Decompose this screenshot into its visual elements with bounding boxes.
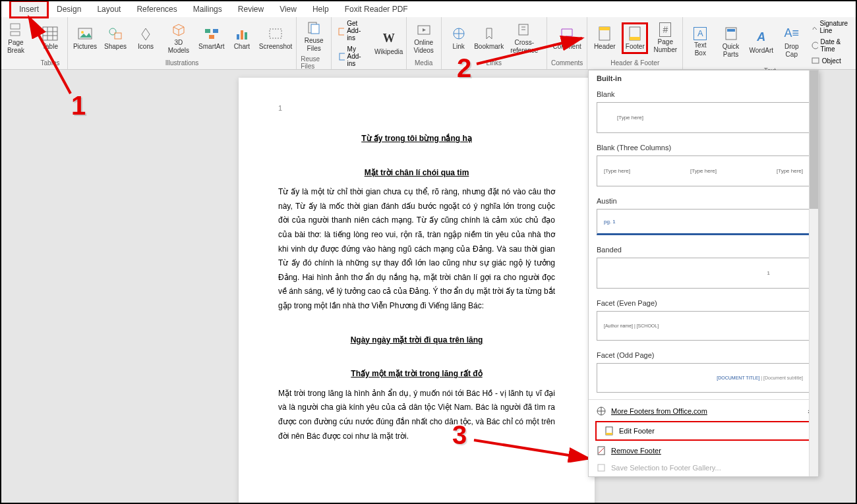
textbox-icon: A	[694, 27, 707, 40]
icons-button[interactable]: Icons	[133, 24, 159, 52]
screenshot-button[interactable]: Screenshot	[259, 24, 292, 52]
my-addins-button[interactable]: My Add-ins	[336, 44, 371, 69]
page-number-button[interactable]: #Page Number	[652, 21, 678, 55]
svg-rect-17	[270, 29, 281, 38]
scrollbar-thumb[interactable]	[810, 70, 818, 209]
cube-icon	[171, 22, 187, 38]
dd-more-footers[interactable]: More Footers from Office.com›	[589, 403, 818, 420]
addins-icon	[338, 52, 344, 61]
shapes-button[interactable]: Shapes	[102, 24, 129, 52]
signature-icon	[812, 23, 817, 31]
datetime-button[interactable]: Date & Time	[809, 37, 853, 54]
headerfooter-group-label: Header & Footer	[610, 58, 659, 68]
group-illustrations: Pictures Shapes Icons 3D Models SmartArt…	[68, 17, 297, 69]
table-button[interactable]: Table	[37, 24, 63, 52]
table-label: Table	[42, 43, 58, 51]
svg-rect-35	[606, 433, 612, 435]
screenshot-icon	[268, 26, 283, 42]
header-button[interactable]: Header	[591, 24, 618, 52]
dd-blank3-label: Blank (Three Columns)	[589, 140, 818, 155]
wikipedia-button[interactable]: WWikipedia	[376, 30, 402, 57]
doc-paragraph-2: Mặt trời trong lăng là hình ảnh ẩn dụ, ý…	[278, 387, 555, 443]
dd-blank-label: Blank	[589, 86, 818, 102]
smartart-button[interactable]: SmartArt	[198, 24, 225, 52]
table-icon	[42, 26, 58, 42]
crossref-icon	[516, 22, 532, 38]
illustrations-group-label: Illustrations	[165, 58, 199, 68]
ribbon: Page Break Table Tables Pictures Shapes …	[1, 17, 856, 70]
group-comments: Comment Comments	[547, 17, 587, 69]
group-pagebreak: Page Break	[1, 17, 33, 69]
svg-rect-2	[43, 27, 57, 40]
header-icon	[597, 26, 612, 42]
dd-blank3-preview[interactable]: [Type here][Type here][Type here]	[597, 155, 810, 186]
links-group-label: Links	[487, 58, 502, 68]
remove-footer-icon	[597, 446, 606, 455]
svg-rect-30	[727, 29, 735, 32]
tab-view[interactable]: View	[272, 2, 305, 16]
3dmodels-button[interactable]: 3D Models	[163, 20, 194, 56]
edit-footer-icon	[605, 426, 614, 435]
footer-button[interactable]: Footer	[622, 22, 648, 54]
tab-foxit[interactable]: Foxit Reader PDF	[337, 2, 416, 16]
dd-facetodd-preview[interactable]: [DOCUMENT TITLE] | [Document subtitle]	[597, 363, 810, 393]
dd-banded-preview[interactable]: 1	[597, 258, 810, 289]
dropdown-scrollbar[interactable]	[809, 70, 818, 476]
svg-rect-13	[209, 35, 214, 39]
group-tables: Table Tables	[33, 17, 68, 69]
bookmark-icon	[481, 26, 497, 42]
reuse-icon	[306, 20, 322, 36]
media-group-label: Media	[415, 58, 432, 68]
crossref-button[interactable]: Cross-reference	[506, 20, 543, 56]
chart-icon	[234, 26, 250, 42]
dd-austin-preview[interactable]: pg. 1	[597, 209, 810, 235]
svg-rect-26	[599, 27, 610, 30]
tab-review[interactable]: Review	[230, 2, 272, 16]
get-addins-button[interactable]: Get Add-ins	[336, 18, 371, 43]
tables-group-label: Tables	[41, 58, 60, 68]
comment-button[interactable]: Comment	[551, 24, 582, 52]
doc-title-4: Thấy một mặt trời trong lăng rất đỏ	[278, 367, 555, 381]
reuse-files-button[interactable]: Reuse Files	[301, 18, 327, 54]
svg-rect-15	[241, 30, 243, 40]
tab-help[interactable]: Help	[305, 2, 337, 16]
page-break-button[interactable]: Page Break	[3, 20, 29, 56]
online-videos-button[interactable]: Online Videos	[411, 20, 437, 56]
document-page[interactable]: 1 Từ ấy trong tôi bừng nắng hạ Mặt trời …	[239, 78, 595, 504]
globe-icon	[597, 406, 606, 416]
tab-layout[interactable]: Layout	[89, 2, 129, 16]
svg-point-8	[81, 31, 84, 34]
textbox-button[interactable]: AText Box	[687, 26, 713, 59]
svg-rect-38	[598, 464, 605, 471]
quickparts-button[interactable]: Quick Parts	[717, 24, 744, 60]
tab-insert[interactable]: Insert	[9, 0, 49, 18]
dd-remove-footer[interactable]: Remove Footer	[589, 442, 818, 459]
dd-blank-preview[interactable]: [Type here]	[597, 102, 810, 133]
object-button[interactable]: Object	[809, 55, 853, 66]
svg-rect-20	[339, 28, 344, 35]
dd-save-selection: Save Selection to Footer Gallery...	[589, 459, 818, 476]
doc-title-2: Mặt trời chân lí chói qua tim	[278, 166, 555, 181]
object-icon	[812, 57, 819, 65]
bookmark-button[interactable]: Bookmark	[476, 24, 502, 52]
tab-references[interactable]: References	[129, 2, 185, 16]
chart-button[interactable]: Chart	[229, 24, 255, 52]
doc-title-3: Ngày ngày mặt trời đi qua trên lăng	[278, 333, 555, 348]
signature-line-button[interactable]: Signature Line	[809, 18, 853, 36]
dd-edit-footer[interactable]: Edit Footer	[595, 421, 812, 441]
pictures-button[interactable]: Pictures	[72, 24, 98, 52]
group-text: AText Box Quick Parts AWordArt A≡Drop Ca…	[683, 17, 857, 69]
group-reuse: Reuse Files Reuse Files	[297, 17, 332, 69]
ribbon-tabs: Insert Design Layout References Mailings…	[1, 1, 856, 17]
tab-mailings[interactable]: Mailings	[185, 2, 230, 16]
wordart-button[interactable]: AWordArt	[748, 28, 775, 56]
dd-faceteven-preview[interactable]: [Author name] | [SCHOOL]	[597, 311, 810, 341]
dd-faceteven-label: Facet (Even Page)	[589, 295, 818, 311]
wordart-icon: A	[754, 30, 769, 45]
svg-rect-1	[11, 32, 20, 36]
dropcap-button[interactable]: A≡Drop Cap	[779, 24, 805, 60]
tab-design[interactable]: Design	[49, 2, 89, 16]
wikipedia-icon: W	[381, 31, 397, 47]
smartart-icon	[204, 26, 220, 42]
link-button[interactable]: Link	[446, 24, 472, 52]
